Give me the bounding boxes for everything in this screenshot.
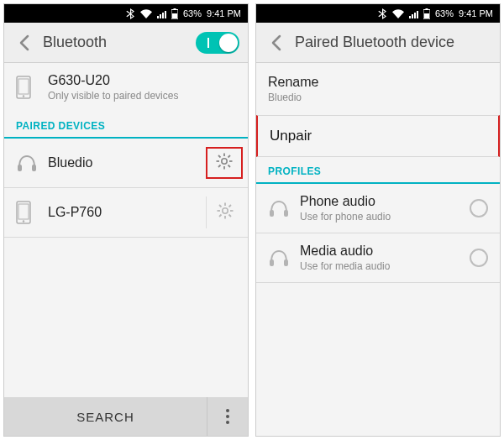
profile-radio[interactable]	[470, 199, 488, 217]
headphones-icon	[268, 198, 300, 218]
phone-icon	[16, 201, 48, 224]
svg-point-5	[23, 95, 24, 97]
section-paired-devices: PAIRED DEVICES	[4, 112, 248, 139]
svg-line-13	[218, 155, 221, 158]
headphones-icon	[16, 153, 48, 173]
search-button[interactable]: SEARCH	[4, 397, 207, 436]
header: Bluetooth	[4, 23, 248, 63]
status-bar: 63% 9:41 PM	[256, 4, 500, 23]
bluetooth-status-icon	[378, 8, 387, 19]
battery-icon	[423, 8, 430, 19]
signal-icon	[157, 9, 166, 18]
back-button[interactable]	[9, 28, 39, 58]
battery-icon	[171, 8, 178, 19]
svg-rect-33	[284, 210, 288, 217]
svg-rect-32	[270, 210, 274, 217]
gear-icon	[214, 151, 234, 175]
dot-icon	[226, 415, 229, 418]
svg-rect-6	[18, 165, 22, 171]
svg-rect-35	[284, 259, 288, 266]
svg-rect-18	[18, 204, 29, 219]
phone-icon	[16, 76, 48, 99]
bluetooth-toggle[interactable]	[196, 32, 239, 54]
gear-icon	[215, 201, 235, 224]
svg-line-28	[228, 205, 231, 207]
svg-point-8	[222, 159, 227, 164]
svg-rect-2	[172, 13, 177, 18]
bottom-bar: SEARCH	[4, 397, 248, 436]
unpair-label: Unpair	[270, 128, 312, 144]
headphones-icon	[268, 248, 300, 268]
svg-line-25	[219, 205, 222, 207]
unpair-button[interactable]: Unpair	[256, 115, 500, 157]
page-title: Paired Bluetooth device	[291, 34, 495, 51]
profile-row[interactable]: Media audio Use for media audio	[256, 233, 500, 282]
dot-icon	[226, 409, 229, 412]
svg-point-20	[222, 208, 227, 213]
svg-line-27	[219, 215, 222, 217]
svg-line-26	[228, 215, 231, 217]
content-area: G630-U20 Only visible to paired devices …	[4, 63, 248, 397]
wifi-icon	[392, 9, 404, 18]
device-settings-button[interactable]	[206, 147, 243, 179]
svg-rect-34	[270, 259, 274, 266]
header: Paired Bluetooth device	[256, 23, 500, 63]
rename-row[interactable]: Rename Bluedio	[256, 63, 500, 115]
profile-subtitle: Use for phone audio	[300, 211, 470, 223]
paired-device-row[interactable]: LG-P760	[4, 188, 248, 237]
paired-device-row[interactable]: Bluedio	[4, 139, 248, 187]
bluetooth-status-icon	[126, 8, 135, 19]
svg-rect-31	[424, 13, 429, 18]
device-name: LG-P760	[48, 205, 206, 220]
svg-line-16	[228, 155, 231, 158]
battery-percent: 63%	[435, 8, 454, 18]
paired-device-name: Bluedio	[268, 92, 488, 103]
signal-icon	[409, 9, 418, 18]
device-name: Bluedio	[48, 155, 206, 170]
battery-percent: 63%	[183, 8, 202, 18]
status-time: 9:41 PM	[459, 8, 493, 18]
overflow-menu-button[interactable]	[207, 397, 248, 436]
svg-rect-7	[32, 165, 36, 171]
local-device-visibility: Only visible to paired devices	[48, 90, 236, 102]
back-button[interactable]	[261, 28, 291, 58]
section-profiles: PROFILES	[256, 157, 500, 184]
status-bar: 63% 9:41 PM	[4, 4, 248, 23]
page-title: Bluetooth	[39, 34, 196, 51]
device-settings-button[interactable]	[206, 196, 243, 228]
svg-line-15	[218, 165, 221, 168]
bluetooth-screen: 63% 9:41 PM Bluetooth G630-U20 Only visi…	[3, 3, 249, 437]
paired-device-screen: 63% 9:41 PM Paired Bluetooth device Rena…	[255, 3, 501, 437]
profile-title: Media audio	[300, 244, 470, 259]
rename-label: Rename	[268, 75, 488, 90]
svg-rect-4	[18, 79, 29, 94]
profile-radio[interactable]	[470, 249, 488, 267]
dot-icon	[226, 421, 229, 424]
wifi-icon	[140, 9, 152, 18]
svg-line-14	[228, 165, 231, 168]
svg-point-19	[23, 220, 24, 222]
profile-subtitle: Use for media audio	[300, 260, 470, 272]
profile-title: Phone audio	[300, 194, 470, 209]
status-time: 9:41 PM	[207, 8, 241, 18]
local-device-name: G630-U20	[48, 73, 236, 88]
profile-row[interactable]: Phone audio Use for phone audio	[256, 184, 500, 233]
content-area: Rename Bluedio Unpair PROFILES Phone aud…	[256, 63, 500, 436]
local-device-row[interactable]: G630-U20 Only visible to paired devices	[4, 63, 248, 112]
